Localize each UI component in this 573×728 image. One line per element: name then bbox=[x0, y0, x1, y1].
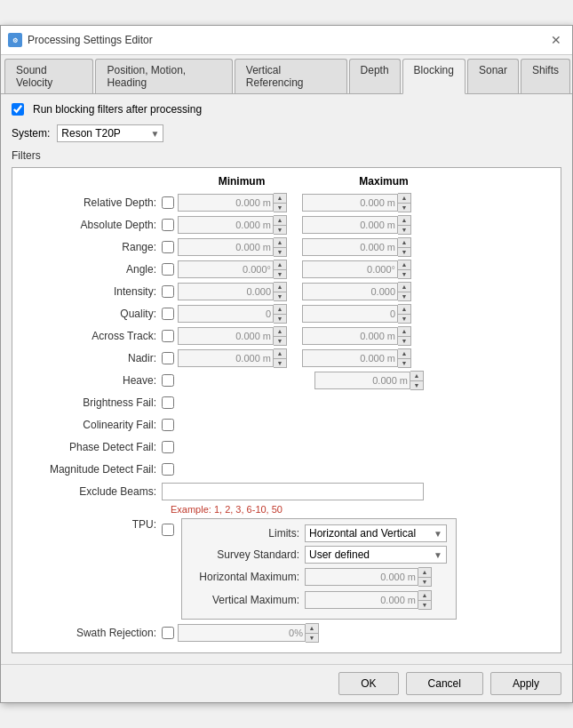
relative-depth-min-down[interactable]: ▼ bbox=[274, 203, 286, 212]
swath-down[interactable]: ▼ bbox=[306, 633, 318, 642]
across-track-min-input[interactable] bbox=[178, 327, 274, 345]
range-max-up[interactable]: ▲ bbox=[398, 238, 410, 247]
across-track-min-up[interactable]: ▲ bbox=[274, 327, 286, 336]
heave-max-up[interactable]: ▲ bbox=[410, 372, 423, 380]
absolute-depth-checkbox[interactable] bbox=[162, 219, 174, 231]
range-label: Range: bbox=[20, 241, 162, 253]
absolute-depth-min-input[interactable] bbox=[178, 216, 274, 234]
quality-max-down[interactable]: ▼ bbox=[398, 314, 410, 323]
tpu-vert-max-input[interactable] bbox=[305, 591, 418, 609]
close-button[interactable]: ✕ bbox=[547, 31, 565, 49]
angle-min-input[interactable] bbox=[178, 260, 274, 278]
range-min-down[interactable]: ▼ bbox=[274, 247, 286, 256]
across-track-min: ▲ ▼ bbox=[178, 326, 293, 346]
absolute-depth-min-up[interactable]: ▲ bbox=[274, 216, 286, 225]
across-track-min-down[interactable]: ▼ bbox=[274, 336, 286, 345]
across-track-max-up[interactable]: ▲ bbox=[398, 327, 410, 336]
tab-sound-velocity[interactable]: Sound Velocity bbox=[4, 59, 93, 93]
tab-vertical-referencing[interactable]: Vertical Referencing bbox=[235, 59, 347, 93]
tab-blocking[interactable]: Blocking bbox=[402, 59, 466, 94]
absolute-depth-max-down[interactable]: ▼ bbox=[398, 225, 410, 234]
heave-max-input[interactable] bbox=[314, 372, 410, 389]
angle-max-up[interactable]: ▲ bbox=[398, 260, 410, 269]
absolute-depth-max-input[interactable] bbox=[302, 216, 398, 234]
relative-depth-min-input[interactable] bbox=[178, 194, 274, 212]
brightness-fail-checkbox[interactable] bbox=[162, 396, 174, 409]
tpu-vert-down[interactable]: ▼ bbox=[418, 600, 431, 609]
nadir-max-down[interactable]: ▼ bbox=[398, 358, 410, 367]
range-min-up[interactable]: ▲ bbox=[274, 238, 286, 247]
relative-depth-min-up[interactable]: ▲ bbox=[274, 194, 286, 203]
nadir-max-up[interactable]: ▲ bbox=[398, 349, 410, 358]
magnitude-detect-fail-label: Magnitude Detect Fail: bbox=[20, 463, 162, 476]
nadir-min-up[interactable]: ▲ bbox=[274, 349, 286, 358]
magnitude-detect-fail-checkbox[interactable] bbox=[162, 463, 174, 476]
ok-button[interactable]: OK bbox=[338, 672, 398, 695]
swath-max-input[interactable] bbox=[178, 624, 306, 642]
range-max-down[interactable]: ▼ bbox=[398, 247, 410, 256]
relative-depth-checkbox[interactable] bbox=[162, 196, 174, 209]
relative-depth-min-spinners: ▲ ▼ bbox=[274, 193, 287, 212]
cancel-button[interactable]: Cancel bbox=[406, 672, 483, 695]
swath-checkbox[interactable] bbox=[162, 627, 174, 639]
tab-sonar[interactable]: Sonar bbox=[467, 59, 519, 93]
quality-min-down[interactable]: ▼ bbox=[274, 314, 286, 323]
nadir-max-input[interactable] bbox=[302, 349, 398, 367]
tpu-horiz-up[interactable]: ▲ bbox=[418, 568, 431, 577]
angle-max-down[interactable]: ▼ bbox=[398, 269, 410, 278]
angle-min-down[interactable]: ▼ bbox=[274, 269, 286, 278]
intensity-max-up[interactable]: ▲ bbox=[398, 283, 410, 292]
relative-depth-max-down[interactable]: ▼ bbox=[398, 203, 410, 212]
tab-shifts[interactable]: Shifts bbox=[521, 59, 570, 93]
across-track-max-input[interactable] bbox=[302, 327, 398, 345]
apply-button[interactable]: Apply bbox=[490, 672, 561, 695]
nadir-min-input[interactable] bbox=[178, 349, 274, 367]
relative-depth-max-input[interactable] bbox=[302, 194, 398, 212]
angle-max-input[interactable] bbox=[302, 260, 398, 278]
range-max-input[interactable] bbox=[302, 238, 398, 256]
quality-min-input[interactable] bbox=[178, 305, 274, 323]
intensity-min-down[interactable]: ▼ bbox=[274, 292, 286, 300]
across-track-max-down[interactable]: ▼ bbox=[398, 336, 410, 345]
range-checkbox[interactable] bbox=[162, 241, 174, 253]
intensity-min-up[interactable]: ▲ bbox=[274, 283, 286, 292]
tpu-limits-dropdown[interactable]: Horizontal and Vertical ▼ bbox=[305, 524, 447, 542]
filter-row-exclude-beams: Exclude Beams: bbox=[20, 482, 553, 501]
intensity-max-down[interactable]: ▼ bbox=[398, 292, 410, 300]
quality-min-up[interactable]: ▲ bbox=[274, 305, 286, 314]
quality-max-up[interactable]: ▲ bbox=[398, 305, 410, 314]
nadir-checkbox[interactable] bbox=[162, 352, 174, 364]
absolute-depth-max-up[interactable]: ▲ bbox=[398, 216, 410, 225]
intensity-min-input[interactable] bbox=[178, 283, 274, 300]
across-track-max: ▲ ▼ bbox=[302, 326, 418, 346]
heave-checkbox[interactable] bbox=[162, 374, 174, 387]
heave-max-down[interactable]: ▼ bbox=[410, 380, 423, 389]
tpu-survey-dropdown[interactable]: User defined ▼ bbox=[305, 546, 447, 564]
swath-up[interactable]: ▲ bbox=[306, 624, 318, 633]
system-dropdown[interactable]: Reson T20P ▼ bbox=[57, 124, 163, 142]
angle-checkbox[interactable] bbox=[162, 263, 174, 276]
quality-checkbox[interactable] bbox=[162, 308, 174, 320]
quality-max-input[interactable] bbox=[302, 305, 398, 323]
range-min-input[interactable] bbox=[178, 238, 274, 256]
intensity-checkbox[interactable] bbox=[162, 285, 174, 298]
colinearity-fail-checkbox[interactable] bbox=[162, 419, 174, 431]
relative-depth-max-up[interactable]: ▲ bbox=[398, 194, 410, 203]
absolute-depth-min-down[interactable]: ▼ bbox=[274, 225, 286, 234]
tpu-horiz-max-input[interactable] bbox=[305, 568, 418, 586]
tpu-vert-label: Vertical Maximum: bbox=[189, 594, 305, 606]
exclude-beams-input[interactable] bbox=[162, 483, 424, 500]
tpu-survey-value: User defined bbox=[309, 548, 370, 561]
tpu-vert-up[interactable]: ▲ bbox=[418, 591, 431, 600]
across-track-checkbox[interactable] bbox=[162, 330, 174, 342]
intensity-max-input[interactable] bbox=[302, 283, 398, 300]
angle-min-up[interactable]: ▲ bbox=[274, 260, 286, 269]
system-dropdown-arrow: ▼ bbox=[150, 129, 159, 139]
tab-position-motion[interactable]: Position, Motion, Heading bbox=[95, 59, 232, 93]
tab-depth[interactable]: Depth bbox=[349, 59, 401, 93]
tpu-horiz-down[interactable]: ▼ bbox=[418, 577, 431, 586]
run-filter-checkbox[interactable] bbox=[12, 103, 24, 116]
tpu-checkbox[interactable] bbox=[162, 524, 174, 536]
phase-detect-fail-checkbox[interactable] bbox=[162, 441, 174, 453]
nadir-min-down[interactable]: ▼ bbox=[274, 358, 286, 367]
